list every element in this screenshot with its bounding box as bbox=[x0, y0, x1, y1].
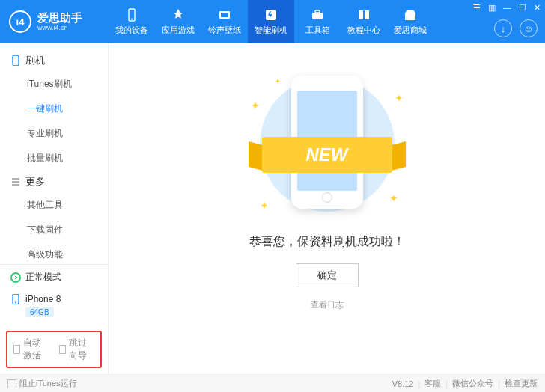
wechat-link[interactable]: 微信公众号 bbox=[452, 378, 493, 389]
tab-store[interactable]: 爱思商城 bbox=[387, 0, 433, 43]
user-icon[interactable]: ☺ bbox=[520, 19, 538, 37]
refresh-icon bbox=[10, 272, 21, 283]
tab-ringtone[interactable]: 铃声壁纸 bbox=[201, 0, 248, 43]
menu-icon bbox=[10, 177, 21, 187]
svg-rect-5 bbox=[312, 13, 323, 19]
new-ribbon: NEW bbox=[249, 137, 406, 173]
svg-rect-6 bbox=[315, 10, 320, 13]
apps-icon bbox=[171, 7, 186, 22]
device-panel[interactable]: iPhone 8 64GB bbox=[0, 290, 108, 325]
storage-badge: 64GB bbox=[25, 307, 54, 317]
sidebar-item[interactable]: iTunes刷机 bbox=[0, 72, 108, 97]
ok-button[interactable]: 确定 bbox=[296, 263, 359, 287]
tab-toolbox[interactable]: 工具箱 bbox=[294, 0, 341, 43]
sidebar-item[interactable]: 专业刷机 bbox=[0, 121, 108, 146]
tab-label: 铃声壁纸 bbox=[208, 25, 241, 36]
sidebar-group-phone: 刷机 bbox=[0, 49, 108, 72]
toolbox-icon bbox=[310, 7, 325, 22]
success-message: 恭喜您，保资料刷机成功啦！ bbox=[249, 234, 405, 250]
sidebar-item[interactable]: 一键刷机 bbox=[0, 97, 108, 121]
mode-label: 正常模式 bbox=[25, 271, 61, 284]
options-highlight: 自动激活 跳过向导 bbox=[6, 331, 102, 368]
support-link[interactable]: 客服 bbox=[424, 378, 441, 389]
settings-icon[interactable]: ☰ bbox=[473, 3, 481, 13]
logo-badge-icon: i4 bbox=[9, 10, 31, 33]
sidebar-item[interactable]: 高级功能 bbox=[0, 242, 108, 264]
svg-rect-8 bbox=[13, 55, 19, 66]
svg-rect-7 bbox=[405, 13, 415, 20]
tab-label: 教程中心 bbox=[347, 25, 380, 36]
app-logo: i4 爱思助手 www.i4.cn bbox=[0, 10, 109, 33]
sidebar-item[interactable]: 其他工具 bbox=[0, 193, 108, 218]
tab-label: 智能刷机 bbox=[255, 25, 287, 36]
svg-rect-3 bbox=[221, 13, 228, 17]
view-log-link[interactable]: 查看日志 bbox=[311, 299, 344, 310]
sidebar-item[interactable]: 下载固件 bbox=[0, 218, 108, 242]
phone-icon bbox=[10, 55, 21, 66]
store-icon bbox=[403, 7, 418, 22]
tab-tutorial[interactable]: 教程中心 bbox=[341, 0, 387, 43]
version-label: V8.12 bbox=[392, 379, 414, 388]
tab-label: 我的设备 bbox=[115, 25, 148, 36]
block-itunes-checkbox[interactable]: 阻止iTunes运行 bbox=[7, 378, 77, 389]
svg-point-1 bbox=[131, 19, 133, 20]
flash-icon bbox=[264, 7, 278, 22]
maximize-icon[interactable]: ☐ bbox=[519, 3, 526, 13]
sidebar-item[interactable]: 批量刷机 bbox=[0, 146, 108, 171]
lock-icon[interactable]: ▥ bbox=[488, 3, 496, 13]
device-icon bbox=[124, 7, 139, 22]
tab-apps[interactable]: 应用游戏 bbox=[155, 0, 201, 43]
tab-label: 工具箱 bbox=[305, 25, 330, 36]
close-icon[interactable]: ✕ bbox=[534, 3, 541, 13]
download-icon[interactable]: ↓ bbox=[494, 19, 512, 37]
sidebar-group-menu: 更多 bbox=[0, 171, 108, 193]
success-illustration: ✦✦✦✦✦ NEW bbox=[237, 70, 417, 219]
tab-flash[interactable]: 智能刷机 bbox=[248, 0, 294, 43]
check-update-link[interactable]: 检查更新 bbox=[505, 378, 538, 389]
app-name: 爱思助手 bbox=[37, 12, 82, 25]
device-name: iPhone 8 bbox=[25, 294, 61, 304]
ringtone-icon bbox=[217, 7, 232, 22]
minimize-icon[interactable]: — bbox=[503, 3, 511, 13]
tutorial-icon bbox=[356, 7, 371, 22]
app-url: www.i4.cn bbox=[37, 24, 82, 31]
mode-button[interactable]: 正常模式 bbox=[0, 265, 108, 290]
svg-point-13 bbox=[15, 302, 16, 304]
tab-device[interactable]: 我的设备 bbox=[109, 0, 155, 43]
phone-icon bbox=[10, 294, 21, 304]
tab-label: 应用游戏 bbox=[162, 25, 195, 36]
skip-guide-checkbox[interactable]: 跳过向导 bbox=[59, 337, 94, 362]
auto-activate-checkbox[interactable]: 自动激活 bbox=[13, 337, 49, 362]
tab-label: 爱思商城 bbox=[394, 25, 427, 36]
